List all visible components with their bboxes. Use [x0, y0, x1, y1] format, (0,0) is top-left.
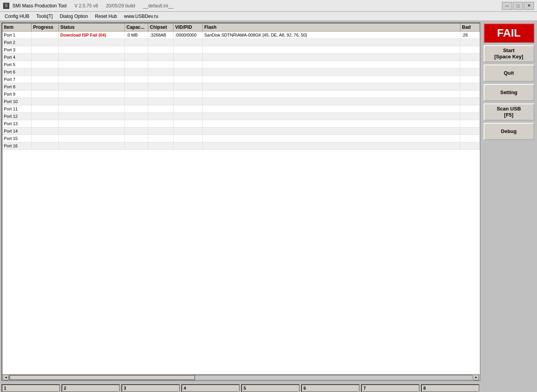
menu-dialog-option[interactable]: Dialog Option: [56, 13, 91, 20]
fail-banner: FAIL: [484, 23, 534, 43]
cell-progress: [32, 135, 59, 142]
cell-bad: [460, 98, 480, 105]
menu-bar: Config HUB Tools[T] Dialog Option Reset …: [0, 12, 537, 21]
menu-tools[interactable]: Tools[T]: [33, 13, 56, 20]
cell-status: [59, 135, 125, 142]
cell-progress: [32, 68, 59, 75]
cell-progress: [32, 54, 59, 61]
scroll-left-button[interactable]: ◄: [3, 375, 9, 380]
cell-chipset: [148, 61, 174, 68]
cell-vidpid: [174, 91, 203, 98]
cell-bad: [460, 135, 480, 142]
table-row: Port 4: [2, 54, 480, 61]
port-number: 1: [4, 386, 6, 390]
cell-capac: [125, 113, 148, 120]
cell-chipset: :3268AB: [148, 32, 174, 38]
start-button[interactable]: Start [Space Key]: [484, 45, 534, 62]
table-header: Item Progress Status Capac... Chipset VI…: [2, 23, 480, 32]
cell-flash: [203, 76, 460, 83]
app-title: SMI Mass Production Tool: [12, 3, 67, 9]
app-icon: S: [3, 3, 9, 9]
cell-flash: [203, 39, 460, 46]
app-config: __default.ini__: [143, 3, 173, 9]
app-version: V 2.5.75 v8: [74, 3, 98, 9]
port-cell-7: 7: [361, 384, 419, 392]
cell-port: Port 14: [2, 128, 32, 135]
cell-chipset: [148, 113, 174, 120]
table-area: Item Progress Status Capac... Chipset VI…: [2, 23, 481, 381]
cell-capac: [125, 46, 148, 53]
scroll-track[interactable]: [9, 375, 473, 380]
cell-bad: [460, 91, 480, 98]
setting-button[interactable]: Setting: [484, 84, 534, 101]
cell-bad: [460, 113, 480, 120]
quit-button[interactable]: Quit: [484, 65, 534, 82]
cell-capac: [125, 61, 148, 68]
cell-capac: [125, 54, 148, 61]
col-header-capac: Capac...: [125, 23, 148, 31]
close-button[interactable]: ✕: [524, 2, 534, 10]
title-bar-left: S SMI Mass Production Tool V 2.5.75 v8 2…: [3, 3, 173, 9]
cell-flash: [203, 98, 460, 105]
cell-chipset: [148, 91, 174, 98]
cell-status: [59, 68, 125, 75]
cell-vidpid: [174, 105, 203, 112]
port-cell-4: 4: [181, 384, 240, 392]
cell-port: Port 16: [2, 142, 32, 149]
menu-config-hub[interactable]: Config HUB: [2, 13, 32, 20]
cell-chipset: [148, 46, 174, 53]
cell-capac: [125, 105, 148, 112]
cell-flash: [203, 91, 460, 98]
cell-bad: [460, 39, 480, 46]
title-bar: S SMI Mass Production Tool V 2.5.75 v8 2…: [0, 0, 537, 12]
cell-status: [59, 83, 125, 90]
table-row: Port 3: [2, 46, 480, 54]
table-row: Port 1Download ISP Fail (04):0 MB:3268AB…: [2, 32, 480, 39]
maximize-button[interactable]: □: [513, 2, 523, 10]
cell-status: [59, 54, 125, 61]
scroll-right-button[interactable]: ►: [474, 375, 479, 380]
cell-capac: [125, 83, 148, 90]
cell-status: [59, 105, 125, 112]
menu-usbdev[interactable]: www.USBDev.ru: [121, 13, 161, 20]
cell-flash: [203, 61, 460, 68]
cell-capac: :0 MB: [125, 32, 148, 38]
cell-chipset: [148, 142, 174, 149]
cell-flash: [203, 68, 460, 75]
cell-flash: [203, 135, 460, 142]
cell-bad: :26: [460, 32, 480, 38]
cell-port: Port 12: [2, 113, 32, 120]
port-cell-2: 2: [61, 384, 120, 392]
cell-status: [59, 142, 125, 149]
cell-progress: [32, 120, 59, 127]
menu-reset-hub[interactable]: Reset Hub: [92, 13, 120, 20]
scan-usb-button[interactable]: Scan USB [F5]: [484, 103, 534, 121]
cell-flash: [203, 46, 460, 53]
cell-chipset: [148, 83, 174, 90]
cell-status: [59, 76, 125, 83]
col-header-bad: Bad: [460, 23, 480, 31]
minimize-button[interactable]: ─: [502, 2, 512, 10]
cell-port: Port 1: [2, 32, 32, 38]
table-row: Port 2: [2, 39, 480, 46]
cell-progress: [32, 83, 59, 90]
cell-port: Port 5: [2, 61, 32, 68]
cell-port: Port 7: [2, 76, 32, 83]
cell-port: Port 6: [2, 68, 32, 75]
cell-status: [59, 128, 125, 135]
cell-chipset: [148, 105, 174, 112]
table-row: Port 14: [2, 128, 480, 135]
cell-bad: [460, 105, 480, 112]
table-row: Port 15: [2, 135, 480, 142]
cell-status: [59, 39, 125, 46]
cell-port: Port 9: [2, 91, 32, 98]
debug-button[interactable]: Debug: [484, 123, 534, 140]
cell-chipset: [148, 128, 174, 135]
cell-status: Download ISP Fail (04): [59, 32, 125, 38]
cell-chipset: [148, 120, 174, 127]
table-row: Port 10: [2, 98, 480, 105]
cell-progress: [32, 98, 59, 105]
port-grid-section: 10 M✕2345678 910111213141516: [0, 383, 537, 392]
port-cell-3: 3: [121, 384, 180, 392]
cell-port: Port 11: [2, 105, 32, 112]
